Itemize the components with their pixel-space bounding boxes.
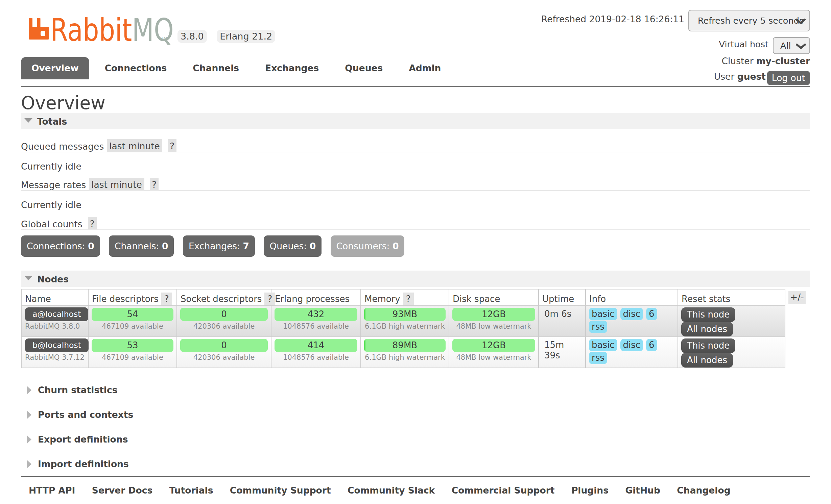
- uptime-cell: 15m 39s: [539, 337, 586, 368]
- tab-channels[interactable]: Channels: [182, 57, 250, 79]
- footer-link-plugins[interactable]: Plugins: [571, 485, 609, 496]
- info-tag-rss: rss: [589, 352, 607, 364]
- fd-bar: 53: [92, 339, 173, 352]
- sd-bar: 0: [180, 339, 268, 352]
- expand-arrow-icon: [27, 435, 31, 444]
- col-info: Info: [586, 289, 678, 306]
- queued-help[interactable]: ?: [168, 139, 176, 152]
- section-export-definitions[interactable]: Export definitions: [21, 427, 810, 452]
- erlang-version-badge: Erlang 21.2: [217, 30, 275, 43]
- refreshed-timestamp: Refreshed 2019-02-18 16:26:11: [541, 14, 684, 25]
- channels-count[interactable]: Channels: 0: [109, 235, 174, 257]
- global-counts-help[interactable]: ?: [88, 217, 97, 229]
- logout-button[interactable]: Log out: [767, 71, 810, 85]
- info-cell: basicdisc6rss: [586, 306, 678, 337]
- col-socket-descriptors: Socket descriptors?: [177, 289, 271, 306]
- footer-link-http-api[interactable]: HTTP API: [29, 485, 75, 496]
- memory-cell: 89MB 6.1GB high watermark: [361, 337, 449, 368]
- fd-help[interactable]: ?: [161, 293, 172, 305]
- collapse-arrow-icon: [24, 276, 32, 280]
- nav-menu: Overview Connections Channels Exchanges …: [21, 57, 456, 79]
- virtual-host-value: All: [780, 41, 791, 51]
- tab-exchanges[interactable]: Exchanges: [255, 57, 329, 79]
- info-tag-rss: rss: [589, 321, 607, 333]
- sd-cell: 0 420306 available: [177, 337, 271, 368]
- fd-bar: 54: [92, 308, 173, 321]
- global-counts-row: Global counts?: [21, 217, 810, 230]
- tab-connections[interactable]: Connections: [94, 57, 177, 79]
- tab-overview[interactable]: Overview: [21, 57, 89, 79]
- collapse-arrow-icon: [24, 118, 32, 123]
- trademark-label: TM: [161, 36, 167, 41]
- cluster-label: Cluster: [721, 56, 753, 66]
- reset-cell: This nodeAll nodes: [678, 337, 785, 368]
- chevron-down-icon: [796, 44, 806, 49]
- sd-bar: 0: [180, 308, 268, 321]
- reset-all-nodes-button[interactable]: All nodes: [681, 322, 733, 336]
- erlang-cell: 414 1048576 available: [271, 337, 361, 368]
- queued-messages-label: Queued messages: [21, 141, 104, 152]
- section-import-definitions[interactable]: Import definitions: [21, 452, 810, 476]
- wordmark: RabbitMQ: [50, 15, 174, 46]
- sd-help[interactable]: ?: [264, 293, 275, 305]
- col-label: Disk space: [453, 294, 500, 304]
- header: RabbitMQ TM 3.8.0 Erlang 21.2 Refreshed …: [0, 0, 831, 87]
- col-name: Name: [21, 289, 88, 306]
- footer-link-tutorials[interactable]: Tutorials: [169, 485, 213, 496]
- footer: HTTP API Server Docs Tutorials Community…: [21, 476, 810, 496]
- footer-link-changelog[interactable]: Changelog: [677, 485, 730, 496]
- exchanges-count[interactable]: Exchanges: 7: [183, 235, 255, 257]
- cluster-info: Cluster my-cluster: [721, 56, 810, 67]
- footer-link-community-slack[interactable]: Community Slack: [348, 485, 435, 496]
- section-nodes-header[interactable]: Nodes: [21, 271, 810, 287]
- memory-used-fill: [364, 339, 365, 352]
- tab-admin[interactable]: Admin: [398, 57, 451, 79]
- erlang-cell: 432 1048576 available: [271, 306, 361, 337]
- footer-link-commercial-support[interactable]: Commercial Support: [452, 485, 555, 496]
- reset-this-node-button[interactable]: This node: [681, 307, 735, 322]
- footer-link-community-support[interactable]: Community Support: [230, 485, 331, 496]
- col-erlang-processes: Erlang processes: [271, 289, 361, 306]
- user-info: User guest: [714, 71, 766, 82]
- footer-link-server-docs[interactable]: Server Docs: [92, 485, 152, 496]
- erlang-bar: 432: [275, 308, 357, 321]
- column-toggle-button[interactable]: +/-: [788, 291, 806, 304]
- col-label: Uptime: [542, 294, 574, 304]
- reset-all-nodes-button[interactable]: All nodes: [681, 353, 733, 368]
- node-row-a: a@localhost RabbitMQ 3.8.0 54 467109 ava…: [21, 306, 785, 337]
- info-tag-basic: basic: [589, 308, 617, 320]
- user-label: User: [714, 71, 734, 82]
- rates-range-chip[interactable]: last minute: [89, 178, 144, 190]
- node-version: RabbitMQ 3.7.12: [25, 353, 85, 362]
- section-churn-statistics[interactable]: Churn statistics: [21, 378, 810, 402]
- info-tag-6: 6: [646, 339, 657, 351]
- memory-help[interactable]: ?: [403, 293, 414, 305]
- connections-count[interactable]: Connections: 0: [21, 235, 100, 257]
- footer-link-github[interactable]: GitHub: [625, 485, 660, 496]
- queued-range-chip[interactable]: last minute: [107, 139, 162, 152]
- col-label: Info: [589, 294, 606, 304]
- expand-arrow-icon: [27, 411, 31, 419]
- brand-text-mq: MQ: [132, 12, 174, 48]
- node-row-b: b@localhost RabbitMQ 3.7.12 53 467109 av…: [21, 337, 785, 368]
- refresh-interval-value: Refresh every 5 seconds: [698, 16, 804, 26]
- node-version: RabbitMQ 3.8.0: [25, 322, 85, 331]
- expand-arrow-icon: [27, 386, 31, 394]
- chevron-down-icon: [796, 19, 806, 24]
- reset-this-node-button[interactable]: This node: [681, 338, 735, 353]
- rates-help[interactable]: ?: [150, 178, 159, 190]
- col-label: Socket descriptors: [181, 294, 262, 304]
- virtual-host-select[interactable]: All: [773, 37, 810, 54]
- sd-cell: 0 420306 available: [177, 306, 271, 337]
- node-name-badge[interactable]: a@localhost: [25, 307, 88, 321]
- col-file-descriptors: File descriptors?: [88, 289, 177, 306]
- refresh-interval-select[interactable]: Refresh every 5 seconds: [688, 10, 810, 31]
- node-name-badge[interactable]: b@localhost: [25, 338, 89, 352]
- uptime-cell: 0m 6s: [539, 306, 586, 337]
- info-tag-6: 6: [646, 308, 657, 320]
- section-totals-header[interactable]: Totals: [21, 113, 810, 129]
- queues-count[interactable]: Queues: 0: [264, 235, 322, 257]
- tab-queues[interactable]: Queues: [334, 57, 393, 79]
- info-tag-basic: basic: [589, 339, 617, 351]
- section-ports-and-contexts[interactable]: Ports and contexts: [21, 402, 810, 427]
